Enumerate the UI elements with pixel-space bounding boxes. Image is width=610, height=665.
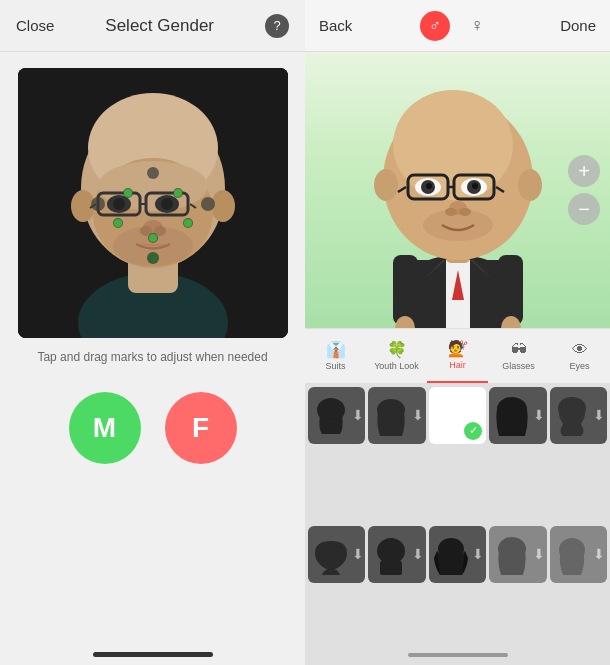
female-button[interactable]: F xyxy=(165,392,237,464)
tab-youth-look[interactable]: 🍀 Youth Look xyxy=(366,329,427,383)
svg-rect-45 xyxy=(498,255,523,325)
hair-item-5[interactable]: ⬇ xyxy=(550,387,607,444)
tab-bar: 👔 Suits 🍀 Youth Look 💇 Hair 🕶 Glasses 👁 … xyxy=(305,328,610,384)
avatar-display: + − xyxy=(305,52,610,328)
hair-item-8[interactable]: ⬇ xyxy=(429,526,486,583)
zoom-controls: + − xyxy=(568,155,600,225)
hair-item-2[interactable]: ⬇ xyxy=(368,387,425,444)
hair-item-4[interactable]: ⬇ xyxy=(489,387,546,444)
svg-point-25 xyxy=(147,167,159,179)
avatar-3d xyxy=(358,60,558,320)
tab-hair[interactable]: 💇 Hair xyxy=(427,329,488,383)
svg-point-52 xyxy=(518,169,542,201)
male-button[interactable]: M xyxy=(69,392,141,464)
tab-suits-label: Suits xyxy=(325,361,345,371)
done-button[interactable]: Done xyxy=(560,17,596,34)
svg-point-17 xyxy=(113,198,125,210)
face-photo-container xyxy=(18,68,288,338)
tab-glasses-label: Glasses xyxy=(502,361,535,371)
youth-icon: 🍀 xyxy=(387,340,407,359)
svg-point-63 xyxy=(472,183,478,189)
tab-suits[interactable]: 👔 Suits xyxy=(305,329,366,383)
close-button[interactable]: Close xyxy=(16,17,54,34)
left-panel: Close Select Gender ? xyxy=(0,0,305,665)
suits-icon: 👔 xyxy=(326,340,346,359)
hair-item-7[interactable]: ⬇ xyxy=(368,526,425,583)
svg-point-18 xyxy=(161,198,173,210)
zoom-out-button[interactable]: − xyxy=(568,193,600,225)
female-icon[interactable]: ♀ xyxy=(462,11,492,41)
svg-point-35 xyxy=(184,219,192,227)
svg-point-62 xyxy=(426,183,432,189)
glasses-icon: 🕶 xyxy=(511,341,527,359)
hair-icon: 💇 xyxy=(448,339,468,358)
svg-point-34 xyxy=(114,219,122,227)
svg-point-32 xyxy=(124,189,132,197)
selected-checkmark: ✓ xyxy=(464,422,482,440)
hair-item-3[interactable]: ✓ xyxy=(429,387,486,444)
page-title: Select Gender xyxy=(54,16,265,36)
face-photo xyxy=(18,68,288,338)
svg-point-51 xyxy=(374,169,398,201)
download-icon-8: ⬇ xyxy=(472,546,484,562)
tab-glasses[interactable]: 🕶 Glasses xyxy=(488,329,549,383)
tab-hair-label: Hair xyxy=(449,360,466,370)
svg-point-24 xyxy=(201,197,215,211)
hair-item-9[interactable]: ⬇ xyxy=(489,526,546,583)
svg-point-33 xyxy=(174,189,182,197)
hair-item-6[interactable]: ⬇ xyxy=(308,526,365,583)
svg-rect-44 xyxy=(393,255,418,325)
tab-eyes[interactable]: 👁 Eyes xyxy=(549,329,610,383)
adjustment-hint: Tap and drag marks to adjust when needed xyxy=(37,350,267,364)
download-icon-5: ⬇ xyxy=(593,407,605,423)
gender-buttons: M F xyxy=(69,392,237,464)
hair-item-1[interactable]: ⬇ xyxy=(308,387,365,444)
svg-point-37 xyxy=(148,253,158,263)
svg-point-72 xyxy=(377,538,405,564)
download-icon-2: ⬇ xyxy=(412,407,424,423)
download-icon-6: ⬇ xyxy=(352,546,364,562)
eyes-icon: 👁 xyxy=(572,341,588,359)
items-grid: ⬇ ⬇ ✓ ⬇ ⬇ ⬇ ⬇ ⬇ xyxy=(305,384,610,666)
left-header: Close Select Gender ? xyxy=(0,0,305,52)
home-indicator-right xyxy=(408,653,508,657)
download-icon-1: ⬇ xyxy=(352,407,364,423)
male-icon[interactable]: ♂ xyxy=(420,11,450,41)
gender-toggle: ♂ ♀ xyxy=(420,11,492,41)
home-indicator xyxy=(93,652,213,657)
download-icon-4: ⬇ xyxy=(533,407,545,423)
download-icon-7: ⬇ xyxy=(412,546,424,562)
back-button[interactable]: Back xyxy=(319,17,352,34)
right-panel: Back ♂ ♀ Done xyxy=(305,0,610,665)
zoom-in-button[interactable]: + xyxy=(568,155,600,187)
help-button[interactable]: ? xyxy=(265,14,289,38)
right-header: Back ♂ ♀ Done xyxy=(305,0,610,52)
svg-point-23 xyxy=(91,197,105,211)
hair-item-10[interactable]: ⬇ xyxy=(550,526,607,583)
download-icon-9: ⬇ xyxy=(533,546,545,562)
download-icon-10: ⬇ xyxy=(593,546,605,562)
svg-point-67 xyxy=(423,209,493,241)
svg-rect-73 xyxy=(380,561,402,575)
tab-youth-label: Youth Look xyxy=(374,361,419,371)
svg-point-36 xyxy=(149,234,157,242)
tab-eyes-label: Eyes xyxy=(569,361,589,371)
